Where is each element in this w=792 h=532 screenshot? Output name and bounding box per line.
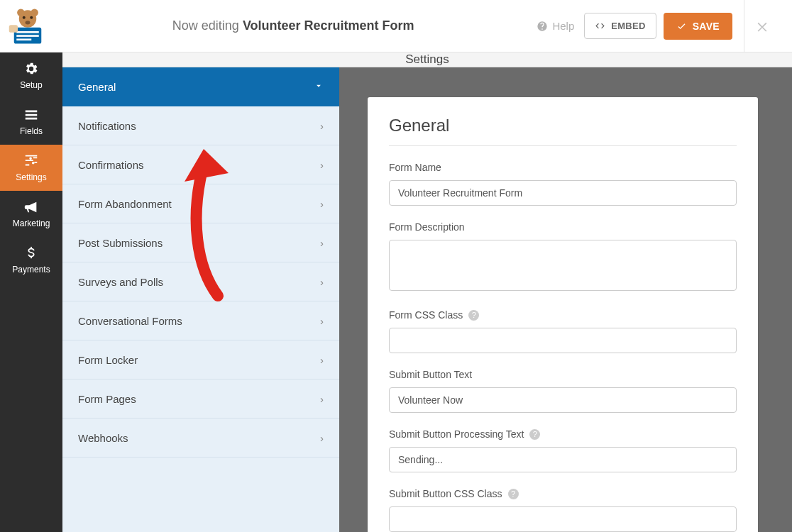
nav-label: Post Submissions bbox=[78, 237, 163, 249]
app-logo bbox=[6, 5, 50, 48]
form-desc-input[interactable] bbox=[389, 240, 737, 291]
chevron-right-icon: › bbox=[320, 120, 324, 132]
svg-point-5 bbox=[26, 21, 31, 24]
svg-point-3 bbox=[23, 16, 26, 18]
nav-label: Webhooks bbox=[78, 432, 128, 444]
svg-point-4 bbox=[30, 16, 33, 18]
settings-nav-locker[interactable]: Form Locker › bbox=[62, 340, 339, 379]
nav-label: Form Abandonment bbox=[78, 198, 172, 210]
nav-label: Form Pages bbox=[78, 393, 136, 405]
sidenav-setup[interactable]: Setup bbox=[0, 52, 62, 99]
page-title: Now editing Volunteer Recruitment Form bbox=[50, 18, 537, 33]
svg-point-2 bbox=[31, 9, 38, 16]
submit-css-label: Submit Button CSS Class ? bbox=[389, 488, 737, 499]
save-button[interactable]: SAVE bbox=[664, 13, 732, 40]
now-editing-label: Now editing bbox=[172, 18, 239, 33]
general-panel: General Form Name Form Description Form … bbox=[368, 97, 758, 532]
tab-title: Settings bbox=[62, 52, 792, 67]
sidenav-label: Settings bbox=[16, 172, 46, 182]
content-wrap: Settings General Notifications › Confirm… bbox=[62, 52, 792, 532]
panel-title: General bbox=[389, 116, 737, 146]
help-label: Help bbox=[552, 20, 574, 32]
svg-rect-8 bbox=[16, 35, 39, 37]
chevron-right-icon: › bbox=[320, 315, 324, 327]
embed-button[interactable]: EMBED bbox=[584, 13, 656, 39]
help-link[interactable]: Help bbox=[537, 20, 574, 32]
gear-icon bbox=[23, 61, 39, 77]
settings-nav: General Notifications › Confirmations › … bbox=[62, 67, 339, 532]
nav-label: General bbox=[78, 81, 116, 93]
check-icon bbox=[676, 21, 687, 31]
nav-label: Confirmations bbox=[78, 159, 144, 171]
chevron-right-icon: › bbox=[320, 354, 324, 366]
list-icon bbox=[23, 107, 39, 123]
help-icon[interactable]: ? bbox=[508, 489, 519, 499]
topbar: Now editing Volunteer Recruitment Form H… bbox=[0, 0, 792, 52]
submit-css-input[interactable] bbox=[389, 506, 737, 532]
main: Setup Fields Settings Marketing Payments… bbox=[0, 52, 792, 532]
dollar-icon bbox=[23, 245, 39, 261]
sidenav-label: Fields bbox=[20, 126, 43, 136]
svg-rect-10 bbox=[9, 25, 18, 33]
css-class-label: Form CSS Class ? bbox=[389, 309, 737, 321]
css-class-input[interactable] bbox=[389, 328, 737, 353]
close-icon bbox=[755, 19, 769, 33]
form-name-label: Form Name bbox=[389, 162, 737, 173]
embed-label: EMBED bbox=[611, 21, 645, 31]
bullhorn-icon bbox=[23, 199, 39, 215]
submit-proc-label: Submit Button Processing Text ? bbox=[389, 428, 737, 440]
chevron-right-icon: › bbox=[320, 159, 324, 171]
help-icon[interactable]: ? bbox=[468, 310, 479, 321]
submit-text-label: Submit Button Text bbox=[389, 369, 737, 380]
sidenav-label: Setup bbox=[20, 80, 42, 90]
help-icon bbox=[537, 21, 548, 32]
sidenav: Setup Fields Settings Marketing Payments bbox=[0, 52, 62, 532]
form-title: Volunteer Recruitment Form bbox=[243, 18, 414, 33]
settings-nav-general[interactable]: General bbox=[62, 67, 339, 106]
settings-nav-abandonment[interactable]: Form Abandonment › bbox=[62, 184, 339, 223]
chevron-right-icon: › bbox=[320, 198, 324, 210]
sidenav-fields[interactable]: Fields bbox=[0, 99, 62, 145]
save-label: SAVE bbox=[693, 21, 720, 32]
sidenav-label: Payments bbox=[12, 265, 50, 275]
settings-nav-conversational[interactable]: Conversational Forms › bbox=[62, 301, 339, 340]
chevron-right-icon: › bbox=[320, 276, 324, 288]
nav-label: Conversational Forms bbox=[78, 315, 182, 327]
svg-rect-7 bbox=[16, 31, 39, 33]
form-name-input[interactable] bbox=[389, 180, 737, 206]
settings-nav-surveys[interactable]: Surveys and Polls › bbox=[62, 262, 339, 301]
sliders-icon bbox=[23, 153, 39, 169]
settings-nav-post[interactable]: Post Submissions › bbox=[62, 223, 339, 262]
code-icon bbox=[595, 21, 605, 31]
nav-label: Form Locker bbox=[78, 354, 138, 366]
sidenav-settings[interactable]: Settings bbox=[0, 145, 62, 191]
settings-nav-notifications[interactable]: Notifications › bbox=[62, 106, 339, 145]
svg-point-1 bbox=[17, 9, 25, 16]
chevron-right-icon: › bbox=[320, 432, 324, 444]
close-button[interactable] bbox=[744, 0, 779, 52]
nav-label: Surveys and Polls bbox=[78, 276, 163, 288]
submit-text-input[interactable] bbox=[389, 387, 737, 413]
chevron-right-icon: › bbox=[320, 393, 324, 405]
sidenav-marketing[interactable]: Marketing bbox=[0, 191, 62, 237]
nav-label: Notifications bbox=[78, 120, 136, 132]
sidenav-payments[interactable]: Payments bbox=[0, 237, 62, 283]
svg-rect-9 bbox=[16, 38, 31, 40]
chevron-right-icon: › bbox=[320, 237, 324, 249]
content: General Notifications › Confirmations › … bbox=[62, 67, 792, 532]
sidenav-label: Marketing bbox=[13, 218, 50, 228]
settings-nav-webhooks[interactable]: Webhooks › bbox=[62, 419, 339, 458]
help-icon[interactable]: ? bbox=[529, 429, 540, 440]
panel-area: General Form Name Form Description Form … bbox=[339, 67, 792, 532]
settings-nav-pages[interactable]: Form Pages › bbox=[62, 379, 339, 419]
settings-nav-confirmations[interactable]: Confirmations › bbox=[62, 145, 339, 184]
form-desc-label: Form Description bbox=[389, 221, 737, 233]
chevron-down-icon bbox=[314, 81, 324, 93]
submit-proc-input[interactable] bbox=[389, 447, 737, 472]
